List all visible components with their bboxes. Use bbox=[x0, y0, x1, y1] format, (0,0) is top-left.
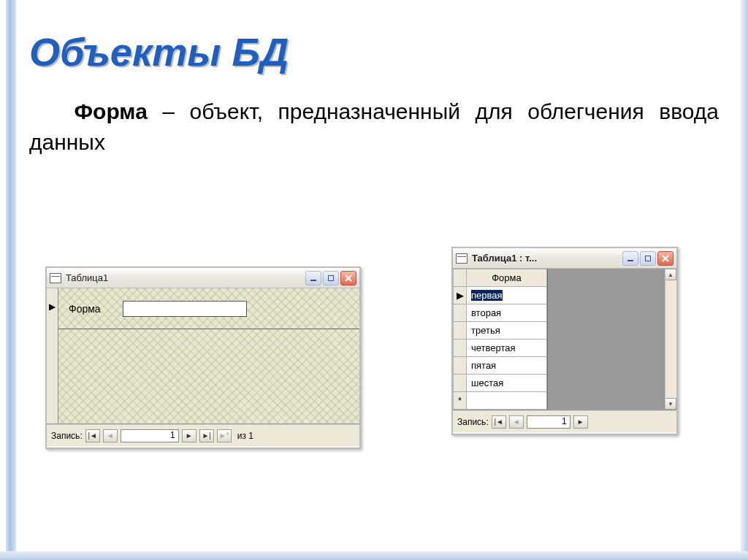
slide-bottom-accent bbox=[0, 551, 748, 560]
record-selector[interactable]: ▶ bbox=[47, 288, 58, 423]
nav-total: из 1 bbox=[237, 431, 253, 441]
datasheet-icon bbox=[456, 253, 468, 264]
table-row: ▶ первая bbox=[454, 287, 547, 304]
table-row: шестая bbox=[454, 375, 547, 392]
table-row: четвертая bbox=[454, 340, 547, 357]
nav-label: Запись: bbox=[457, 417, 489, 427]
table-row: вторая bbox=[454, 304, 547, 322]
close-button[interactable] bbox=[340, 271, 356, 285]
slide-description: Форма – объект, предназначенный для обле… bbox=[29, 96, 719, 158]
row-marker[interactable] bbox=[454, 340, 467, 357]
field-label: Форма bbox=[69, 303, 101, 315]
cell[interactable] bbox=[467, 392, 547, 410]
row-marker[interactable] bbox=[454, 357, 467, 375]
table-row: пятая bbox=[454, 357, 547, 375]
slide-left-accent bbox=[6, 0, 16, 560]
close-button[interactable] bbox=[657, 251, 673, 266]
cell[interactable]: четвертая bbox=[467, 340, 547, 357]
nav-label: Запись: bbox=[51, 431, 83, 441]
form-body: ▶ Форма bbox=[47, 288, 359, 424]
nav-new-button[interactable]: ►* bbox=[217, 429, 232, 442]
form-row: Форма bbox=[58, 288, 359, 329]
nav-next-button[interactable]: ► bbox=[182, 429, 196, 442]
cell[interactable]: третья bbox=[467, 322, 547, 340]
slide-title: Объекты БД bbox=[29, 29, 726, 74]
maximize-button[interactable] bbox=[323, 271, 339, 285]
record-marker-icon: ▶ bbox=[49, 302, 56, 312]
slide-right-accent bbox=[741, 0, 748, 560]
desc-term: Форма bbox=[74, 99, 147, 123]
maximize-button[interactable] bbox=[640, 251, 656, 266]
cell[interactable]: вторая bbox=[467, 304, 547, 322]
cell[interactable]: первая bbox=[467, 287, 547, 304]
nav-current-field[interactable]: 1 bbox=[121, 429, 179, 442]
table-window-titlebar[interactable]: Таблица1 : т... bbox=[453, 248, 676, 269]
record-navigator: Запись: |◄ ◄ 1 ► ►| ►* из 1 bbox=[47, 424, 359, 446]
table-window-title: Таблица1 : т... bbox=[472, 253, 618, 264]
datasheet-icon bbox=[50, 273, 61, 283]
grid-corner[interactable] bbox=[454, 269, 467, 287]
scroll-up-icon[interactable]: ▲ bbox=[665, 269, 676, 280]
nav-first-button[interactable]: |◄ bbox=[85, 429, 100, 442]
datasheet-grid[interactable]: Форма ▶ первая вторая третья четвертая bbox=[453, 269, 547, 410]
nav-current-field[interactable]: 1 bbox=[527, 415, 570, 429]
row-marker[interactable] bbox=[454, 322, 467, 340]
minimize-button[interactable] bbox=[622, 251, 638, 266]
new-row-marker[interactable]: * bbox=[454, 392, 467, 410]
nav-last-button[interactable]: ►| bbox=[199, 429, 214, 442]
nav-first-button[interactable]: |◄ bbox=[492, 415, 506, 429]
nav-prev-button[interactable]: ◄ bbox=[509, 415, 524, 429]
grid-empty-area bbox=[547, 269, 665, 410]
row-marker[interactable] bbox=[454, 375, 467, 392]
row-marker[interactable]: ▶ bbox=[454, 287, 467, 304]
cell[interactable]: пятая bbox=[467, 357, 547, 375]
record-navigator: Запись: |◄ ◄ 1 ► bbox=[453, 410, 676, 432]
nav-next-button[interactable]: ► bbox=[573, 415, 588, 429]
field-input[interactable] bbox=[123, 301, 247, 317]
vertical-scrollbar[interactable]: ▲ ▼ bbox=[665, 269, 676, 410]
column-header[interactable]: Форма bbox=[467, 269, 547, 287]
new-row: * bbox=[454, 392, 547, 410]
form-window-titlebar[interactable]: Таблица1 bbox=[47, 268, 359, 288]
row-marker[interactable] bbox=[454, 304, 467, 322]
table-row: третья bbox=[454, 322, 547, 340]
minimize-button[interactable] bbox=[305, 271, 321, 285]
table-window: Таблица1 : т... Форма ▶ первая bbox=[451, 247, 678, 435]
form-window-title: Таблица1 bbox=[66, 272, 301, 283]
scroll-down-icon[interactable]: ▼ bbox=[665, 398, 676, 410]
form-window: Таблица1 ▶ Форма Запись: |◄ ◄ 1 ► bbox=[45, 266, 361, 449]
nav-prev-button[interactable]: ◄ bbox=[103, 429, 118, 442]
cell[interactable]: шестая bbox=[467, 375, 547, 392]
